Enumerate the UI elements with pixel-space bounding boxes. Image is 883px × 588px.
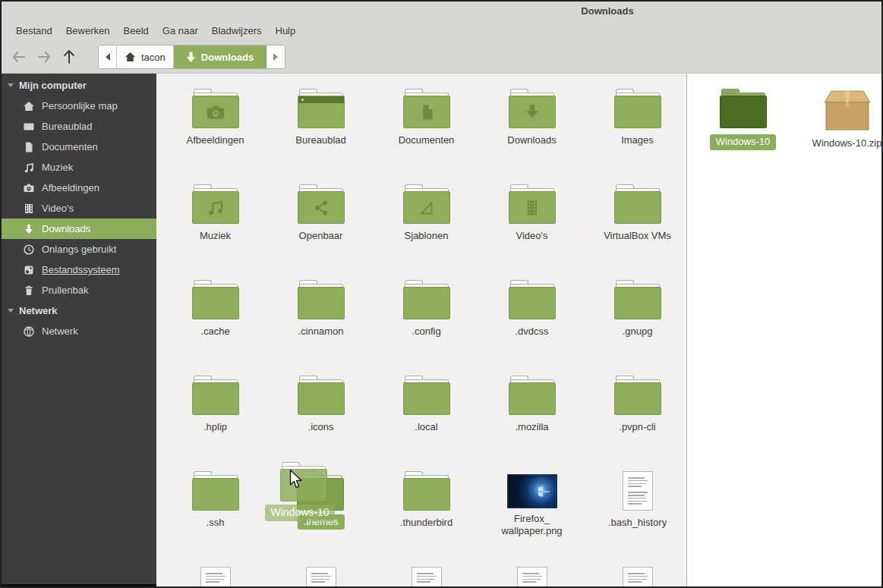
text-file-icon (200, 567, 231, 588)
folder-dot-mozilla[interactable]: .mozilla (479, 376, 585, 471)
folder-windows-10-selected[interactable]: Windows-10 (691, 89, 795, 184)
folder-icon (613, 280, 662, 319)
breadcrumb-home[interactable]: tacon (117, 46, 174, 68)
breadcrumb-scroll-right[interactable] (266, 46, 285, 68)
file-cropped-5[interactable] (585, 567, 686, 588)
home-icon (23, 100, 35, 112)
file-bash-history[interactable]: .bash_history (585, 471, 686, 567)
folder-dot-icons[interactable]: .icons (268, 376, 374, 471)
sidebar-section-netwerk[interactable]: Netwerk (2, 300, 156, 321)
file-cropped-3[interactable] (374, 567, 479, 588)
folder-icon (613, 89, 662, 128)
left-pane-downloads[interactable]: Afbeeldingen Bureaublad Documenten Downl… (157, 74, 686, 588)
up-button[interactable] (59, 49, 79, 65)
back-button[interactable] (9, 49, 29, 65)
folder-documenten[interactable]: Documenten (374, 89, 479, 184)
folder-downloads[interactable]: Downloads (479, 89, 585, 184)
folder-icon (508, 376, 557, 415)
menu-beeld[interactable]: Beeld (117, 23, 156, 39)
folder-muziek[interactable]: Muziek (162, 184, 268, 280)
filesystem-drive-icon (23, 264, 35, 276)
folder-images[interactable]: Images (585, 89, 686, 184)
folder-dot-ssh[interactable]: .ssh (162, 471, 268, 567)
folder-dot-hplip[interactable]: .hplip (162, 376, 268, 471)
desktop-emblem-icon (298, 96, 344, 103)
folder-dot-config[interactable]: .config (374, 280, 479, 376)
folder-icon-selected (719, 89, 768, 128)
forward-arrow-icon (37, 52, 51, 62)
file-grid: Windows-10 Windows-10.zip (687, 74, 883, 184)
breadcrumb: tacon Downloads (98, 45, 285, 69)
folder-bureaublad[interactable]: Bureaublad (268, 89, 374, 184)
breadcrumb-current[interactable]: Downloads (174, 46, 266, 68)
titlebar[interactable]: Downloads (2, 2, 881, 21)
sidebar-item-afbeeldingen[interactable]: Afbeeldingen (2, 178, 156, 198)
sidebar-item-videos[interactable]: Video's (2, 198, 156, 219)
expander-icon[interactable] (8, 309, 14, 313)
folder-openbaar[interactable]: Openbaar (268, 184, 374, 280)
folder-icon (297, 89, 345, 128)
folder-icon (402, 280, 451, 319)
sidebar-item-netwerk[interactable]: Netwerk (2, 321, 156, 341)
menu-bewerken[interactable]: Bewerken (59, 23, 117, 39)
home-icon (125, 52, 136, 62)
sidebar-item-bureaublad[interactable]: Bureaublad (2, 116, 156, 137)
sidebar-item-prullenbak[interactable]: Prullenbak (2, 280, 156, 300)
folder-sjablonen[interactable]: Sjablonen (374, 184, 479, 280)
sidebar-item-persoonlijke-map[interactable]: Persoonlijke map (2, 96, 156, 116)
file-firefox-wallpaper[interactable]: Firefox_ wallpaper.png (479, 471, 585, 567)
folder-icon (402, 184, 451, 224)
menu-ga-naar[interactable]: Ga naar (156, 23, 205, 39)
forward-button[interactable] (34, 49, 54, 65)
image-thumbnail (507, 474, 557, 508)
breadcrumb-home-label: tacon (141, 52, 166, 63)
text-file-icon (623, 567, 653, 588)
share-emblem-icon (311, 198, 332, 218)
folder-icon (297, 376, 345, 415)
mouse-cursor-icon (289, 469, 302, 489)
film-emblem-icon (522, 198, 543, 218)
folder-dot-thunderbird[interactable]: .thunderbird (374, 471, 479, 567)
text-file-icon (623, 471, 653, 511)
folder-virtualbox-vms[interactable]: VirtualBox VMs (585, 184, 686, 280)
download-emblem-icon (522, 102, 543, 122)
breadcrumb-scroll-left[interactable] (99, 46, 117, 68)
expander-icon[interactable] (8, 83, 14, 87)
folder-dot-cache[interactable]: .cache (162, 280, 268, 376)
breadcrumb-current-label: Downloads (201, 52, 254, 63)
menu-hulp[interactable]: Hulp (269, 23, 303, 39)
file-windows-10-zip[interactable]: Windows-10.zip (795, 89, 883, 184)
sidebar-section-mijn-computer[interactable]: Mijn computer (2, 75, 156, 96)
folder-dot-pvpn-cli[interactable]: .pvpn-cli (585, 376, 686, 471)
folder-icon (402, 471, 451, 511)
file-cropped-2[interactable] (268, 567, 374, 588)
film-icon (23, 203, 35, 215)
file-cropped-4[interactable] (479, 567, 585, 588)
sidebar-item-downloads[interactable]: Downloads (2, 219, 156, 239)
camera-icon (23, 182, 35, 194)
folder-icon (613, 376, 662, 415)
camera-emblem-icon (205, 102, 226, 122)
drag-drop-cluster[interactable]: .themes Windows-10 (268, 471, 374, 567)
sidebar-item-muziek[interactable]: Muziek (2, 157, 156, 178)
sidebar-item-bestandssysteem[interactable]: Bestandssysteem (2, 259, 156, 280)
file-cropped-1[interactable] (162, 567, 268, 588)
desktop-icon (23, 121, 35, 133)
folder-afbeeldingen[interactable]: Afbeeldingen (162, 89, 268, 184)
folder-icon (297, 280, 345, 319)
folder-videos[interactable]: Video's (479, 184, 585, 280)
folder-icon (191, 376, 240, 415)
globe-icon (23, 325, 35, 338)
folder-dot-local[interactable]: .local (374, 376, 479, 471)
sidebar-item-documenten[interactable]: Documenten (2, 137, 156, 157)
menu-bladwijzers[interactable]: Bladwijzers (205, 23, 269, 39)
right-pane[interactable]: Windows-10 Windows-10.zip (687, 74, 883, 588)
document-icon (23, 141, 35, 153)
menu-bestand[interactable]: Bestand (9, 23, 59, 39)
text-file-icon (306, 567, 336, 588)
folder-dot-dvdcss[interactable]: .dvdcss (479, 280, 585, 376)
file-grid: Afbeeldingen Bureaublad Documenten Downl… (157, 74, 686, 588)
folder-dot-gnupg[interactable]: .gnupg (585, 280, 686, 376)
folder-dot-cinnamon[interactable]: .cinnamon (268, 280, 374, 376)
sidebar-item-onlangs-gebruikt[interactable]: Onlangs gebruikt (2, 239, 156, 259)
